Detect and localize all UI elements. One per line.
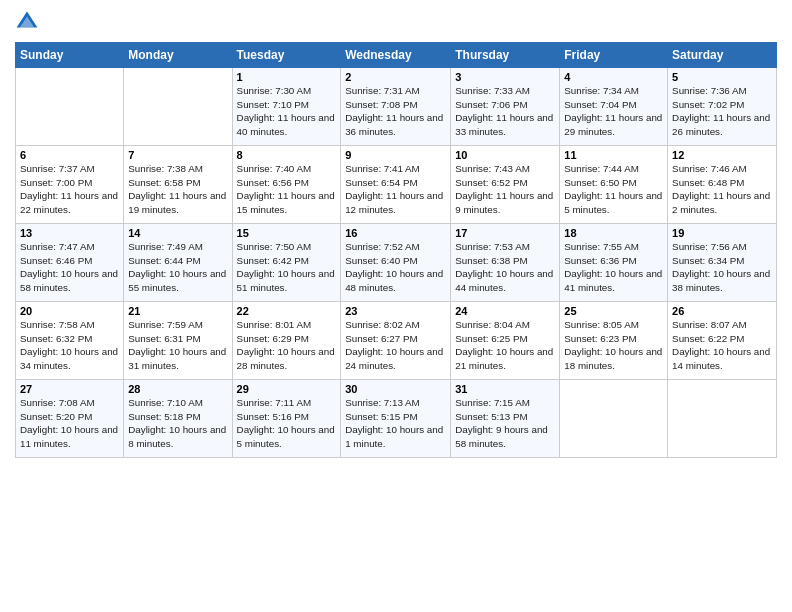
- day-cell: [668, 380, 777, 458]
- day-header-sunday: Sunday: [16, 43, 124, 68]
- day-number: 19: [672, 227, 772, 239]
- day-info: Sunrise: 7:59 AM Sunset: 6:31 PM Dayligh…: [128, 318, 227, 373]
- day-header-wednesday: Wednesday: [341, 43, 451, 68]
- day-number: 27: [20, 383, 119, 395]
- day-number: 6: [20, 149, 119, 161]
- day-number: 7: [128, 149, 227, 161]
- day-number: 31: [455, 383, 555, 395]
- day-info: Sunrise: 8:01 AM Sunset: 6:29 PM Dayligh…: [237, 318, 337, 373]
- day-info: Sunrise: 7:58 AM Sunset: 6:32 PM Dayligh…: [20, 318, 119, 373]
- week-row-1: 1Sunrise: 7:30 AM Sunset: 7:10 PM Daylig…: [16, 68, 777, 146]
- day-header-tuesday: Tuesday: [232, 43, 341, 68]
- day-cell: 1Sunrise: 7:30 AM Sunset: 7:10 PM Daylig…: [232, 68, 341, 146]
- day-number: 14: [128, 227, 227, 239]
- day-cell: [16, 68, 124, 146]
- day-number: 15: [237, 227, 337, 239]
- day-number: 1: [237, 71, 337, 83]
- day-header-saturday: Saturday: [668, 43, 777, 68]
- day-number: 18: [564, 227, 663, 239]
- day-number: 21: [128, 305, 227, 317]
- day-number: 3: [455, 71, 555, 83]
- day-info: Sunrise: 8:07 AM Sunset: 6:22 PM Dayligh…: [672, 318, 772, 373]
- day-info: Sunrise: 7:43 AM Sunset: 6:52 PM Dayligh…: [455, 162, 555, 217]
- day-number: 8: [237, 149, 337, 161]
- week-row-4: 20Sunrise: 7:58 AM Sunset: 6:32 PM Dayli…: [16, 302, 777, 380]
- day-info: Sunrise: 8:05 AM Sunset: 6:23 PM Dayligh…: [564, 318, 663, 373]
- day-number: 10: [455, 149, 555, 161]
- day-info: Sunrise: 7:13 AM Sunset: 5:15 PM Dayligh…: [345, 396, 446, 451]
- day-number: 30: [345, 383, 446, 395]
- day-number: 23: [345, 305, 446, 317]
- day-info: Sunrise: 7:33 AM Sunset: 7:06 PM Dayligh…: [455, 84, 555, 139]
- day-number: 29: [237, 383, 337, 395]
- day-cell: 16Sunrise: 7:52 AM Sunset: 6:40 PM Dayli…: [341, 224, 451, 302]
- day-cell: 30Sunrise: 7:13 AM Sunset: 5:15 PM Dayli…: [341, 380, 451, 458]
- day-info: Sunrise: 8:02 AM Sunset: 6:27 PM Dayligh…: [345, 318, 446, 373]
- day-info: Sunrise: 7:34 AM Sunset: 7:04 PM Dayligh…: [564, 84, 663, 139]
- day-info: Sunrise: 8:04 AM Sunset: 6:25 PM Dayligh…: [455, 318, 555, 373]
- day-cell: 31Sunrise: 7:15 AM Sunset: 5:13 PM Dayli…: [451, 380, 560, 458]
- day-info: Sunrise: 7:31 AM Sunset: 7:08 PM Dayligh…: [345, 84, 446, 139]
- day-cell: 6Sunrise: 7:37 AM Sunset: 7:00 PM Daylig…: [16, 146, 124, 224]
- day-info: Sunrise: 7:49 AM Sunset: 6:44 PM Dayligh…: [128, 240, 227, 295]
- day-cell: [124, 68, 232, 146]
- day-cell: 10Sunrise: 7:43 AM Sunset: 6:52 PM Dayli…: [451, 146, 560, 224]
- day-info: Sunrise: 7:15 AM Sunset: 5:13 PM Dayligh…: [455, 396, 555, 451]
- day-cell: 9Sunrise: 7:41 AM Sunset: 6:54 PM Daylig…: [341, 146, 451, 224]
- header: [15, 10, 777, 34]
- week-row-2: 6Sunrise: 7:37 AM Sunset: 7:00 PM Daylig…: [16, 146, 777, 224]
- day-cell: 15Sunrise: 7:50 AM Sunset: 6:42 PM Dayli…: [232, 224, 341, 302]
- day-number: 5: [672, 71, 772, 83]
- day-cell: 7Sunrise: 7:38 AM Sunset: 6:58 PM Daylig…: [124, 146, 232, 224]
- day-number: 16: [345, 227, 446, 239]
- day-number: 22: [237, 305, 337, 317]
- day-cell: 8Sunrise: 7:40 AM Sunset: 6:56 PM Daylig…: [232, 146, 341, 224]
- day-cell: 3Sunrise: 7:33 AM Sunset: 7:06 PM Daylig…: [451, 68, 560, 146]
- calendar-header-row: SundayMondayTuesdayWednesdayThursdayFrid…: [16, 43, 777, 68]
- day-cell: 20Sunrise: 7:58 AM Sunset: 6:32 PM Dayli…: [16, 302, 124, 380]
- day-cell: 14Sunrise: 7:49 AM Sunset: 6:44 PM Dayli…: [124, 224, 232, 302]
- day-number: 20: [20, 305, 119, 317]
- day-cell: 28Sunrise: 7:10 AM Sunset: 5:18 PM Dayli…: [124, 380, 232, 458]
- day-cell: 26Sunrise: 8:07 AM Sunset: 6:22 PM Dayli…: [668, 302, 777, 380]
- day-number: 24: [455, 305, 555, 317]
- day-header-monday: Monday: [124, 43, 232, 68]
- day-number: 25: [564, 305, 663, 317]
- day-info: Sunrise: 7:40 AM Sunset: 6:56 PM Dayligh…: [237, 162, 337, 217]
- day-info: Sunrise: 7:55 AM Sunset: 6:36 PM Dayligh…: [564, 240, 663, 295]
- day-number: 28: [128, 383, 227, 395]
- day-number: 26: [672, 305, 772, 317]
- day-info: Sunrise: 7:08 AM Sunset: 5:20 PM Dayligh…: [20, 396, 119, 451]
- calendar-table: SundayMondayTuesdayWednesdayThursdayFrid…: [15, 42, 777, 458]
- day-info: Sunrise: 7:10 AM Sunset: 5:18 PM Dayligh…: [128, 396, 227, 451]
- main-container: SundayMondayTuesdayWednesdayThursdayFrid…: [0, 0, 792, 468]
- week-row-5: 27Sunrise: 7:08 AM Sunset: 5:20 PM Dayli…: [16, 380, 777, 458]
- day-number: 2: [345, 71, 446, 83]
- day-cell: 2Sunrise: 7:31 AM Sunset: 7:08 PM Daylig…: [341, 68, 451, 146]
- day-cell: 29Sunrise: 7:11 AM Sunset: 5:16 PM Dayli…: [232, 380, 341, 458]
- week-row-3: 13Sunrise: 7:47 AM Sunset: 6:46 PM Dayli…: [16, 224, 777, 302]
- day-number: 17: [455, 227, 555, 239]
- day-cell: 27Sunrise: 7:08 AM Sunset: 5:20 PM Dayli…: [16, 380, 124, 458]
- day-info: Sunrise: 7:37 AM Sunset: 7:00 PM Dayligh…: [20, 162, 119, 217]
- day-info: Sunrise: 7:44 AM Sunset: 6:50 PM Dayligh…: [564, 162, 663, 217]
- day-info: Sunrise: 7:11 AM Sunset: 5:16 PM Dayligh…: [237, 396, 337, 451]
- day-cell: [560, 380, 668, 458]
- day-cell: 11Sunrise: 7:44 AM Sunset: 6:50 PM Dayli…: [560, 146, 668, 224]
- day-number: 11: [564, 149, 663, 161]
- day-info: Sunrise: 7:30 AM Sunset: 7:10 PM Dayligh…: [237, 84, 337, 139]
- logo-icon: [15, 10, 39, 34]
- day-number: 9: [345, 149, 446, 161]
- day-info: Sunrise: 7:53 AM Sunset: 6:38 PM Dayligh…: [455, 240, 555, 295]
- day-info: Sunrise: 7:46 AM Sunset: 6:48 PM Dayligh…: [672, 162, 772, 217]
- day-cell: 23Sunrise: 8:02 AM Sunset: 6:27 PM Dayli…: [341, 302, 451, 380]
- day-cell: 4Sunrise: 7:34 AM Sunset: 7:04 PM Daylig…: [560, 68, 668, 146]
- day-header-thursday: Thursday: [451, 43, 560, 68]
- day-cell: 17Sunrise: 7:53 AM Sunset: 6:38 PM Dayli…: [451, 224, 560, 302]
- day-cell: 24Sunrise: 8:04 AM Sunset: 6:25 PM Dayli…: [451, 302, 560, 380]
- day-info: Sunrise: 7:47 AM Sunset: 6:46 PM Dayligh…: [20, 240, 119, 295]
- day-info: Sunrise: 7:36 AM Sunset: 7:02 PM Dayligh…: [672, 84, 772, 139]
- day-cell: 21Sunrise: 7:59 AM Sunset: 6:31 PM Dayli…: [124, 302, 232, 380]
- day-info: Sunrise: 7:52 AM Sunset: 6:40 PM Dayligh…: [345, 240, 446, 295]
- day-info: Sunrise: 7:50 AM Sunset: 6:42 PM Dayligh…: [237, 240, 337, 295]
